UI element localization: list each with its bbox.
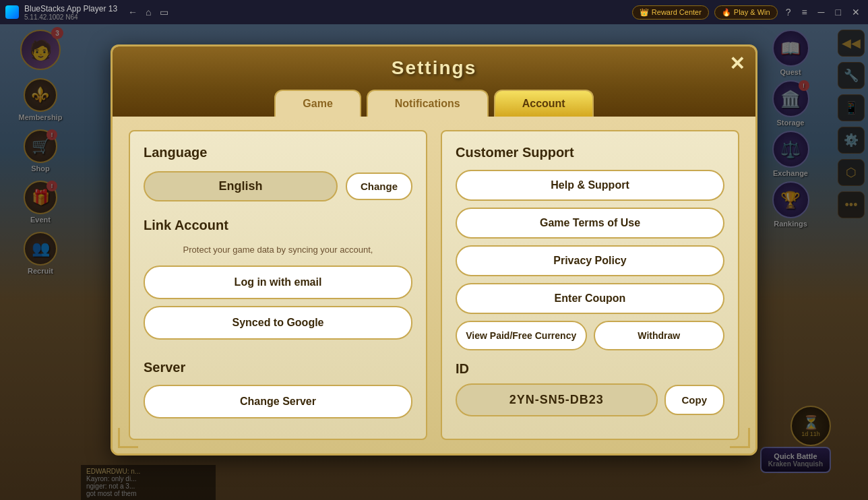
link-account-title: Link Account: [144, 218, 412, 233]
modal-body: Language English Change Link Account Pro…: [113, 117, 755, 454]
back-icon[interactable]: ←: [128, 7, 137, 18]
language-title: Language: [144, 145, 412, 160]
corner-br: [730, 428, 750, 448]
help-icon[interactable]: ?: [783, 5, 794, 19]
synced-google-button[interactable]: Synced to Google: [144, 306, 412, 340]
close-icon[interactable]: ✕: [849, 5, 863, 19]
modal-close-button[interactable]: ✕: [729, 55, 745, 73]
corner-bl: [118, 428, 138, 448]
home-icon[interactable]: ⌂: [146, 7, 151, 18]
topbar-nav: ← ⌂ ▭: [128, 7, 168, 18]
left-panel: Language English Change Link Account Pro…: [129, 130, 427, 440]
bluestacks-logo: [5, 5, 19, 19]
fire-icon: 🔥: [722, 8, 731, 17]
change-server-button[interactable]: Change Server: [144, 385, 412, 418]
modal-overlay: Settings ✕ Game Notifications Account La…: [0, 0, 868, 500]
help-support-button[interactable]: Help & Support: [456, 170, 724, 201]
tab-notifications[interactable]: Notifications: [367, 90, 489, 117]
language-row: English Change: [144, 171, 412, 201]
crown-icon: 👑: [640, 8, 649, 17]
play-win-label: Play & Win: [734, 8, 770, 16]
id-value: 2YN-SN5-DB23: [456, 383, 658, 416]
login-email-button[interactable]: Log in with email: [144, 265, 412, 299]
id-title: ID: [456, 361, 724, 377]
view-paid-free-button[interactable]: View Paid/Free Currency: [456, 321, 587, 350]
customer-support-title: Customer Support: [456, 145, 724, 160]
tab-account[interactable]: Account: [494, 90, 594, 117]
app-version: 5.11.42.1002 N64: [24, 13, 117, 21]
server-title: Server: [144, 360, 412, 375]
menu-icon[interactable]: ≡: [799, 5, 809, 19]
play-win-button[interactable]: 🔥 Play & Win: [714, 5, 778, 20]
link-account-desc: Protect your game data by syncing your a…: [144, 244, 412, 256]
app-title: BlueStacks App Player 13: [24, 4, 117, 13]
withdraw-button[interactable]: Withdraw: [594, 321, 725, 350]
topbar-right: 👑 Reward Center 🔥 Play & Win ? ≡ ─ □ ✕: [632, 5, 863, 20]
paid-free-row: View Paid/Free Currency Withdraw: [456, 321, 724, 350]
game-terms-button[interactable]: Game Terms of Use: [456, 208, 724, 239]
settings-modal: Settings ✕ Game Notifications Account La…: [111, 44, 757, 456]
modal-header: Settings ✕: [113, 46, 755, 87]
language-display: English: [144, 171, 338, 201]
copy-button[interactable]: Copy: [664, 385, 725, 415]
maximize-icon[interactable]: □: [833, 5, 844, 19]
change-language-button[interactable]: Change: [346, 173, 412, 200]
reward-label: Reward Center: [652, 8, 702, 16]
window-icon[interactable]: ▭: [160, 7, 168, 18]
modal-tabs: Game Notifications Account: [113, 87, 755, 117]
reward-center-button[interactable]: 👑 Reward Center: [632, 5, 709, 20]
minimize-icon[interactable]: ─: [815, 5, 828, 19]
id-row: 2YN-SN5-DB23 Copy: [456, 383, 724, 416]
tab-game[interactable]: Game: [274, 90, 361, 117]
right-panel: Customer Support Help & Support Game Ter…: [441, 130, 739, 440]
enter-coupon-button[interactable]: Enter Coupon: [456, 283, 724, 314]
modal-title: Settings: [129, 57, 739, 87]
topbar: BlueStacks App Player 13 5.11.42.1002 N6…: [0, 0, 868, 24]
privacy-policy-button[interactable]: Privacy Policy: [456, 245, 724, 276]
